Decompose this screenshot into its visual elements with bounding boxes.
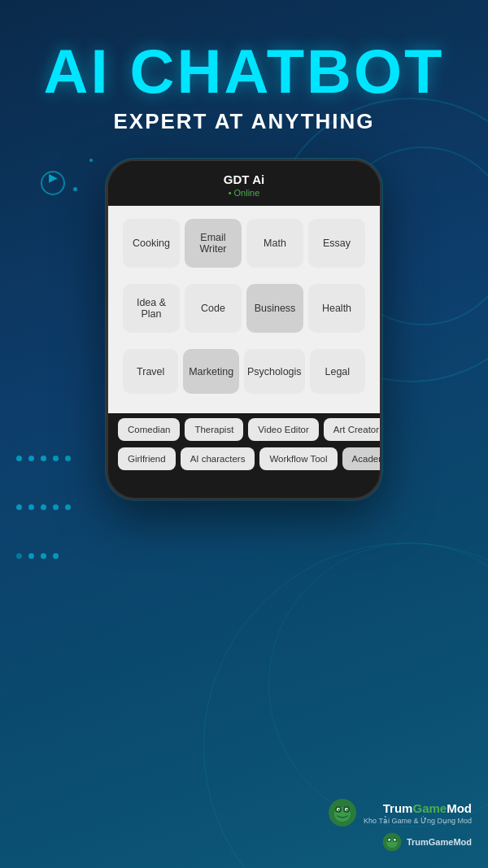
brand-trum: Trum: [383, 801, 413, 815]
chip-row-2: Girlfriend AI characters Workflow Tool A…: [118, 447, 370, 470]
btn-marketing[interactable]: Marketing: [183, 349, 238, 394]
chip-art-creator[interactable]: Art Creator: [324, 418, 382, 441]
category-section: Cooking Email Writer Math Essay Idea & P…: [108, 206, 380, 413]
svg-point-6: [338, 809, 340, 811]
btn-health[interactable]: Health: [308, 284, 365, 333]
phone-topbar: GDT Ai Online: [108, 161, 380, 206]
btn-code[interactable]: Code: [185, 284, 242, 333]
brand-game: Game: [412, 801, 447, 815]
chip-therapist[interactable]: Therapist: [185, 418, 243, 441]
brand-secondary: TrumGameMod: [328, 832, 472, 852]
chip-ai-characters[interactable]: AI characters: [181, 447, 255, 470]
chip-girlfriend[interactable]: Girlfriend: [118, 447, 176, 470]
btn-cooking[interactable]: Cooking: [123, 219, 180, 268]
btn-math[interactable]: Math: [246, 219, 303, 268]
app-name: GDT Ai: [124, 172, 364, 186]
brand-mod: Mod: [447, 801, 472, 815]
subtitle: EXPERT AT ANYTHING: [0, 109, 488, 134]
chip-video-editor[interactable]: Video Editor: [248, 418, 318, 441]
chip-section: Comedian Therapist Video Editor Art Crea…: [108, 413, 380, 482]
phone-mockup: GDT Ai Online Cooking Email Writer Math …: [0, 159, 488, 500]
app-status: Online: [124, 188, 364, 198]
chip-row-1: Comedian Therapist Video Editor Art Crea…: [118, 418, 370, 441]
brand-name: TrumGameMod Kho Tải Game & Ứng Dụng Mod: [364, 801, 472, 825]
svg-point-12: [388, 839, 390, 841]
category-row-1: Cooking Email Writer Math Essay: [118, 214, 370, 273]
brand-logo-area: TrumGameMod Kho Tải Game & Ứng Dụng Mod: [328, 798, 472, 827]
btn-essay[interactable]: Essay: [308, 219, 365, 268]
category-row-3: Travel Marketing Psychologis Legal: [118, 344, 370, 399]
btn-business[interactable]: Business: [246, 284, 303, 333]
category-row-2: Idea & Plan Code Business Health: [118, 279, 370, 338]
btn-psychologis[interactable]: Psychologis: [244, 349, 305, 394]
brand-icon: [328, 798, 357, 827]
brand-subtext: Kho Tải Game & Ứng Dụng Mod: [364, 817, 472, 825]
btn-travel[interactable]: Travel: [123, 349, 178, 394]
main-title: AI CHATBOT: [0, 41, 488, 103]
brand-text-line1: TrumGameMod: [364, 801, 472, 815]
header: AI CHATBOT EXPERT AT ANYTHING: [0, 0, 488, 134]
svg-point-13: [394, 839, 396, 841]
chip-workflow-tool[interactable]: Workflow Tool: [259, 447, 337, 470]
btn-email-writer[interactable]: Email Writer: [185, 219, 242, 268]
chip-academic[interactable]: Academic: [342, 447, 382, 470]
btn-legal[interactable]: Legal: [310, 349, 365, 394]
branding: TrumGameMod Kho Tải Game & Ứng Dụng Mod …: [328, 798, 472, 852]
btn-idea-plan[interactable]: Idea & Plan: [123, 284, 180, 333]
brand-icon-small: [382, 832, 402, 852]
chip-comedian[interactable]: Comedian: [118, 418, 180, 441]
phone-frame: GDT Ai Online Cooking Email Writer Math …: [106, 159, 382, 500]
svg-point-7: [346, 809, 348, 811]
brand-name-secondary: TrumGameMod: [407, 837, 472, 847]
